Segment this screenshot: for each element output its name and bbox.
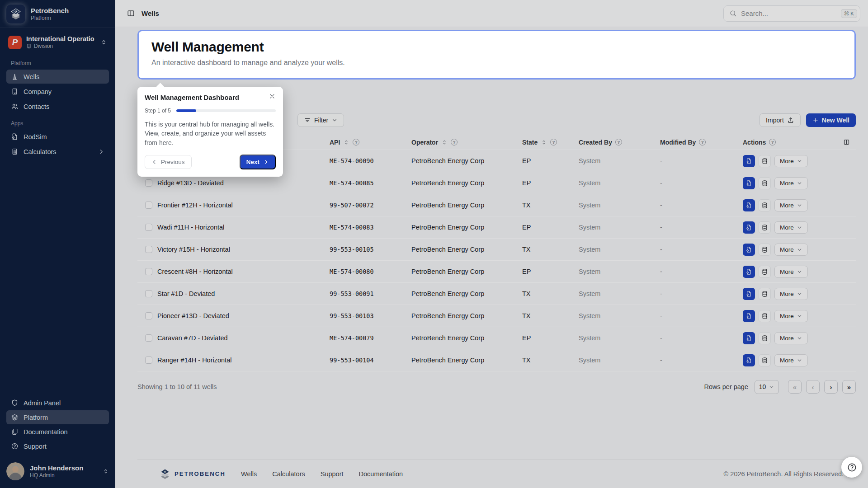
tour-next-button[interactable]: Next [240,155,276,169]
well-name-cell[interactable]: Star #1D - Deviated [157,290,330,297]
sidebar-item-platform[interactable]: Platform [6,410,109,424]
more-button[interactable]: More [774,332,808,344]
columns-toggle-icon[interactable] [843,138,850,146]
row-checkbox[interactable] [145,202,152,209]
help-icon[interactable]: ? [699,139,706,145]
row-checkbox[interactable] [145,334,152,342]
well-name-cell[interactable]: Victory #15H - Horizontal [157,246,330,253]
table-row[interactable]: Ranger #14H - Horizontal 99-553-00104 Pe… [137,349,856,371]
sidebar-toggle-icon[interactable] [127,9,135,18]
last-page-button[interactable]: » [842,380,856,394]
import-button[interactable]: Import [760,113,801,127]
table-row[interactable]: Pioneer #13D - Deviated 99-553-00103 Pet… [137,305,856,327]
database-action-button[interactable] [759,221,771,234]
rodsim-action-button[interactable] [743,354,755,366]
footer-link-calculators[interactable]: Calculators [272,470,305,478]
row-checkbox[interactable] [145,290,152,297]
column-header-api[interactable]: API ? [330,139,411,146]
sort-icon[interactable] [343,139,349,145]
tour-previous-button[interactable]: Previous [145,155,192,169]
well-name-cell[interactable]: Frontier #12H - Horizontal [157,202,330,209]
more-button[interactable]: More [774,354,808,366]
rodsim-action-button[interactable] [743,221,755,234]
database-action-button[interactable] [759,354,771,366]
help-icon[interactable]: ? [550,139,557,145]
database-action-button[interactable] [759,266,771,278]
well-name-cell[interactable]: Ridge #13D - Deviated [157,179,330,187]
database-action-button[interactable] [759,310,771,322]
rodsim-action-button[interactable] [743,332,755,344]
well-name-cell[interactable]: Wadi #11H - Horizontal [157,224,330,231]
database-action-button[interactable] [759,155,771,167]
sidebar-item-company[interactable]: Company [6,84,109,99]
more-button[interactable]: More [774,244,808,256]
row-checkbox[interactable] [145,224,152,231]
org-switcher[interactable]: P International Operatio Division [5,33,111,52]
table-row[interactable]: Frontier #12H - Horizontal 99-507-00072 … [137,194,856,216]
database-action-button[interactable] [759,177,771,189]
well-name-cell[interactable]: Crescent #8H - Horizontal [157,268,330,275]
user-menu[interactable]: John Henderson HQ Admin [0,457,115,485]
database-action-button[interactable] [759,332,771,344]
sidebar-item-wells[interactable]: Wells [6,70,109,84]
search-input[interactable]: Search... ⌘ K [723,5,860,22]
help-icon[interactable]: ? [769,139,776,145]
sidebar-item-rodsim[interactable]: RodSim [6,130,109,144]
column-header-operator[interactable]: Operator ? [411,139,522,146]
table-row[interactable]: Wadi #11H - Horizontal ME-574-00083 Petr… [137,216,856,239]
footer-link-documentation[interactable]: Documentation [359,470,403,478]
help-icon[interactable]: ? [615,139,622,145]
prev-page-button[interactable]: ‹ [806,380,820,394]
rodsim-action-button[interactable] [743,310,755,322]
more-button[interactable]: More [774,288,808,300]
row-checkbox[interactable] [145,357,152,364]
rodsim-action-button[interactable] [743,266,755,278]
more-button[interactable]: More [774,199,808,211]
footer-link-wells[interactable]: Wells [241,470,257,478]
rodsim-action-button[interactable] [743,199,755,211]
table-row[interactable]: Victory #15H - Horizontal 99-553-00105 P… [137,239,856,261]
new-well-button[interactable]: New Well [806,113,856,127]
database-action-button[interactable] [759,244,771,256]
more-button[interactable]: More [774,177,808,189]
column-header-modified-by[interactable]: Modified By ? [660,139,743,146]
sort-icon[interactable] [541,139,547,145]
sidebar-item-documentation[interactable]: Documentation [6,425,109,439]
more-button[interactable]: More [774,221,808,234]
rodsim-action-button[interactable] [743,177,755,189]
help-icon[interactable]: ? [451,139,458,145]
row-checkbox[interactable] [145,246,152,253]
rodsim-action-button[interactable] [743,288,755,300]
rows-per-page-select[interactable]: 10 [755,380,779,394]
next-page-button[interactable]: › [824,380,838,394]
sidebar-item-admin-panel[interactable]: Admin Panel [6,396,109,410]
table-row[interactable]: Star #1D - Deviated 99-553-00091 PetroBe… [137,283,856,305]
filter-button[interactable]: Filter [297,113,344,127]
more-button[interactable]: More [774,310,808,322]
close-icon[interactable] [269,93,276,100]
more-button[interactable]: More [774,155,808,167]
rodsim-action-button[interactable] [743,244,755,256]
well-name-cell[interactable]: Pioneer #13D - Deviated [157,312,330,319]
database-action-button[interactable] [759,199,771,211]
footer-link-support[interactable]: Support [321,470,344,478]
database-action-button[interactable] [759,288,771,300]
table-row[interactable]: Crescent #8H - Horizontal ME-574-00080 P… [137,261,856,283]
table-row[interactable]: Caravan #7D - Deviated ME-574-00079 Petr… [137,327,856,349]
first-page-button[interactable]: « [788,380,802,394]
well-name-cell[interactable]: Caravan #7D - Deviated [157,334,330,342]
sidebar-item-calculators[interactable]: Calculators [6,145,109,159]
row-checkbox[interactable] [145,179,152,187]
sort-icon[interactable] [441,139,448,145]
column-header-state[interactable]: State ? [522,139,579,146]
sidebar-item-contacts[interactable]: Contacts [6,99,109,113]
row-checkbox[interactable] [145,312,152,319]
row-checkbox[interactable] [145,268,152,275]
column-header-created-by[interactable]: Created By ? [579,139,660,146]
rodsim-action-button[interactable] [743,155,755,167]
more-button[interactable]: More [774,266,808,278]
well-name-cell[interactable]: Ranger #14H - Horizontal [157,357,330,364]
help-fab-button[interactable] [841,457,862,478]
sidebar-item-support[interactable]: Support [6,439,109,453]
help-icon[interactable]: ? [353,139,359,145]
